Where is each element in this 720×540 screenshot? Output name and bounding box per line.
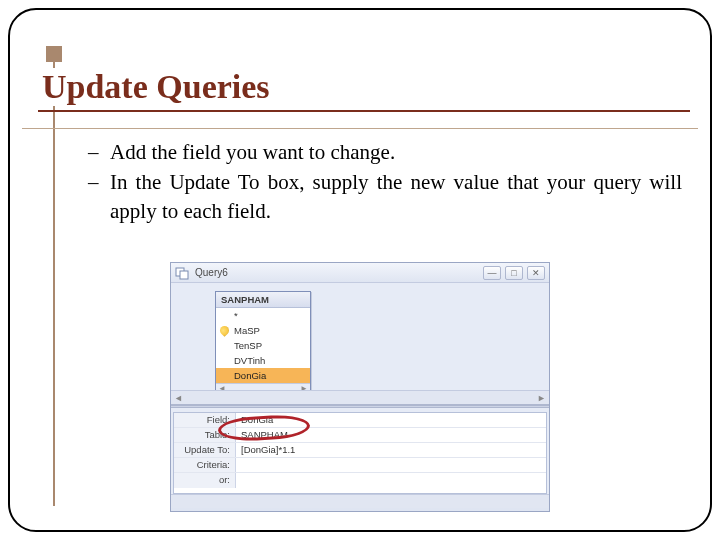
grid-cell-or[interactable]: [236, 473, 546, 488]
window-titlebar: Query6 — □ ✕: [171, 263, 549, 283]
grid-row-field: Field: DonGia: [174, 413, 546, 428]
grid-label: Update To:: [174, 443, 236, 457]
grid-scrollbar[interactable]: [171, 494, 549, 508]
minimize-button[interactable]: —: [483, 266, 501, 280]
table-source[interactable]: SANPHAM * MaSP TenSP DVTinh DonGia ◄ ►: [215, 291, 311, 396]
bullet-dash: –: [88, 168, 110, 225]
window-title: Query6: [195, 267, 483, 278]
field-row[interactable]: TenSP: [216, 338, 310, 353]
field-row-selected[interactable]: DonGia: [216, 368, 310, 383]
title-underline: [38, 110, 690, 112]
table-header: SANPHAM: [216, 292, 310, 308]
vertical-rule: [53, 46, 55, 506]
grid-label: Criteria:: [174, 458, 236, 472]
query-designer-window: Query6 — □ ✕ SANPHAM * MaSP TenSP DVTinh…: [170, 262, 550, 512]
grid-row-update-to: Update To: [DonGia]*1.1: [174, 443, 546, 458]
list-item: – In the Update To box, supply the new v…: [88, 168, 682, 225]
field-row[interactable]: MaSP: [216, 323, 310, 338]
grid-cell-field[interactable]: DonGia: [236, 413, 546, 427]
query-icon: [175, 266, 189, 280]
grid-label: or:: [174, 473, 236, 488]
bullet-list: – Add the field you want to change. – In…: [88, 138, 682, 227]
bullet-dash: –: [88, 138, 110, 166]
field-row-star[interactable]: *: [216, 308, 310, 323]
field-list: * MaSP TenSP DVTinh DonGia: [216, 308, 310, 383]
grid-cell-criteria[interactable]: [236, 458, 546, 472]
horizontal-rule: [22, 128, 698, 129]
field-row[interactable]: DVTinh: [216, 353, 310, 368]
design-grid-pane: Field: DonGia Table: SANPHAM Update To: …: [171, 408, 549, 508]
scroll-left-icon[interactable]: ◄: [174, 393, 183, 403]
grid-cell-update-to[interactable]: [DonGia]*1.1: [236, 443, 546, 457]
design-grid[interactable]: Field: DonGia Table: SANPHAM Update To: …: [173, 412, 547, 494]
bullet-text: In the Update To box, supply the new val…: [110, 168, 682, 225]
maximize-button[interactable]: □: [505, 266, 523, 280]
page-title: Update Queries: [38, 68, 274, 106]
scroll-right-icon[interactable]: ►: [537, 393, 546, 403]
close-button[interactable]: ✕: [527, 266, 545, 280]
list-item: – Add the field you want to change.: [88, 138, 682, 166]
pane-scrollbar[interactable]: ◄ ►: [171, 390, 549, 404]
tables-pane: SANPHAM * MaSP TenSP DVTinh DonGia ◄ ► ◄: [171, 283, 549, 405]
slide-frame: Update Queries – Add the field you want …: [8, 8, 712, 532]
window-buttons: — □ ✕: [483, 266, 545, 280]
grid-label: Table:: [174, 428, 236, 442]
embedded-screenshot: Query6 — □ ✕ SANPHAM * MaSP TenSP DVTinh…: [170, 262, 550, 512]
grid-row-table: Table: SANPHAM: [174, 428, 546, 443]
grid-label: Field:: [174, 413, 236, 427]
grid-row-or: or:: [174, 473, 546, 488]
bullet-text: Add the field you want to change.: [110, 138, 395, 166]
grid-cell-table[interactable]: SANPHAM: [236, 428, 546, 442]
grid-row-criteria: Criteria:: [174, 458, 546, 473]
svg-rect-1: [180, 271, 188, 279]
